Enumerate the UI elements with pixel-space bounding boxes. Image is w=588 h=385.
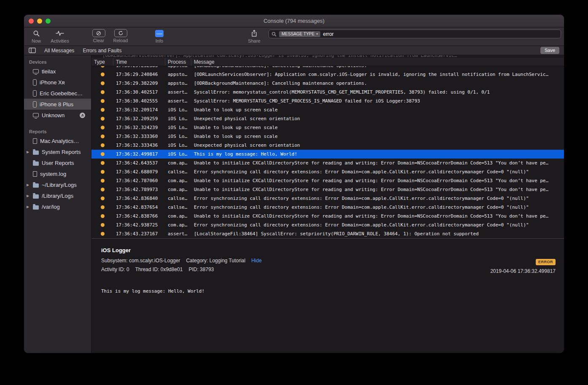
- search-icon: [271, 32, 277, 37]
- error-dot-icon: [101, 214, 105, 218]
- table-row[interactable]: 17:36:42.837654 callse… Error synchroniz…: [91, 203, 564, 212]
- error-dot-icon: [101, 223, 105, 227]
- activities-button[interactable]: Activities: [48, 29, 72, 43]
- sidebar-item-system-reports[interactable]: ▶ System Reports: [24, 146, 91, 157]
- table-row[interactable]: 17:36:29.232383 appsto… [ODRBackgroundMa…: [91, 66, 564, 70]
- log-time-cell: 17:36:32.499817: [113, 151, 165, 157]
- sidebar-item-library-logs[interactable]: ▶ /Library/Logs: [24, 190, 91, 201]
- error-dot-icon: [101, 197, 105, 200]
- column-header-time[interactable]: Time: [113, 58, 165, 66]
- close-button[interactable]: [29, 19, 34, 24]
- table-row[interactable]: 17:36:42.838766 com.ap… Unable to initia…: [91, 212, 564, 221]
- log-time-cell: 17:36:42.789973: [113, 187, 165, 192]
- error-dot-icon: [101, 117, 105, 121]
- sidebar-item-eric-goebelbec[interactable]: ▶ Eric Goebelbec…: [24, 88, 91, 99]
- log-type-cell: [91, 108, 113, 112]
- minimize-button[interactable]: [37, 19, 42, 24]
- reload-icon: [114, 29, 127, 37]
- now-button[interactable]: Now: [27, 29, 45, 43]
- log-time-cell: 17:36:42.837654: [113, 205, 165, 210]
- titlebar[interactable]: Console (794 messages): [24, 15, 564, 27]
- table-row[interactable]: 17:36:32.209259 iOS Lo… Unexpected physi…: [91, 114, 564, 123]
- display-icon: [33, 69, 39, 73]
- tab-all-messages[interactable]: All Messages: [44, 48, 74, 54]
- disclosure-triangle-icon[interactable]: ▶: [27, 150, 29, 154]
- table-header: Type Time Process Message: [91, 58, 564, 66]
- disclosure-triangle-icon[interactable]: ▶: [27, 205, 29, 209]
- search-input[interactable]: [323, 31, 558, 37]
- table-row[interactable]: 17:36:29.382209 appsto… [ODRBackgroundMa…: [91, 79, 564, 88]
- sidebar-item-label: iPhone Xʀ: [40, 79, 65, 86]
- error-dot-icon: [101, 152, 105, 156]
- log-message-cell: Unable to initialize CXCallDirectoryStor…: [191, 213, 564, 219]
- error-dot-icon: [101, 66, 105, 67]
- log-type-cell: [91, 66, 113, 67]
- sidebar-item-mac-analytics[interactable]: ▶ Mac Analytics…: [24, 135, 91, 146]
- table-row[interactable]: 17:36:32.333436 iOS Lo… Unexpected physi…: [91, 141, 564, 150]
- save-button[interactable]: Save: [540, 47, 559, 54]
- column-header-type[interactable]: Type: [91, 58, 113, 66]
- table-row[interactable]: 17:36:42.643537 com.ap… Unable to initia…: [91, 159, 564, 167]
- table-row[interactable]: 17:36:29.240846 appsto… [ODRLaunchServic…: [91, 70, 564, 79]
- disclosure-triangle-icon[interactable]: ▶: [27, 183, 29, 187]
- log-table: 17:36:29.232383 appsto… [ODRBackgroundMa…: [91, 66, 564, 238]
- sidebar-item-label: tleilax: [42, 68, 56, 75]
- sidebar-item-tleilax[interactable]: ▶ tleilax: [24, 66, 91, 77]
- table-row[interactable]: 17:36:32.209174 iOS Lo… Unable to look u…: [91, 105, 564, 114]
- info-button[interactable]: Info: [150, 29, 169, 43]
- tab-errors-and-faults[interactable]: Errors and Faults: [83, 48, 121, 54]
- table-row[interactable]: 17:36:32.324239 iOS Lo… Unable to look u…: [91, 123, 564, 132]
- share-button[interactable]: Share: [245, 29, 263, 43]
- zoom-button[interactable]: [46, 19, 51, 24]
- sidebar-item-iphone-x[interactable]: ▶ iPhone Xʀ: [24, 77, 91, 88]
- search-token-message-type[interactable]: MESSAGE TYPE ▾: [279, 31, 320, 37]
- column-header-process[interactable]: Process: [165, 58, 191, 66]
- devices-header: Devices: [24, 57, 91, 66]
- clear-icon: [92, 29, 105, 37]
- sidebar-item-system-log[interactable]: ▶ system.log: [24, 168, 91, 179]
- share-label: Share: [248, 38, 260, 43]
- share-icon: [251, 29, 258, 38]
- table-row[interactable]: 17:36:42.938725 com.ap… Error synchroniz…: [91, 221, 564, 229]
- log-process-cell: assert…: [165, 89, 191, 95]
- sidebar-item-iphone-8-plus[interactable]: ▶ iPhone 8 Plus: [24, 99, 91, 110]
- detail-subsystem: Subsystem: com.scalyr.iOS-Logger: [101, 258, 180, 264]
- sidebar-item-unknown[interactable]: ▶ Unknown: [24, 110, 91, 121]
- eject-icon[interactable]: [80, 113, 85, 118]
- log-time-cell: 17:36:29.240846: [113, 72, 165, 77]
- log-process-cell: iOS Lo…: [165, 116, 191, 121]
- table-row[interactable]: 17:36:30.402517 assert… SyscallError: me…: [91, 88, 564, 97]
- log-time-cell: 17:36:29.232383: [113, 66, 165, 68]
- table-row[interactable]: 17:36:43.237167 assert… [LocalStorageFil…: [91, 229, 564, 238]
- detail-pane: iOS Logger Subsystem: com.scalyr.iOS-Log…: [91, 238, 564, 353]
- column-header-message[interactable]: Message: [191, 58, 564, 66]
- table-row[interactable]: 17:36:42.836840 callse… Error synchroniz…: [91, 194, 564, 203]
- log-process-cell: callse…: [165, 169, 191, 175]
- disclosure-triangle-icon[interactable]: ▶: [27, 194, 29, 198]
- log-process-cell: assert…: [165, 98, 191, 104]
- log-type-cell: [91, 170, 113, 174]
- sidebar-item-library-logs[interactable]: ▶ ~/Library/Logs: [24, 179, 91, 190]
- table-row[interactable]: 17:36:32.499817 iOS Lo… This is my log m…: [91, 150, 564, 159]
- table-row[interactable]: 17:36:30.402555 assert… SyscallError: ME…: [91, 97, 564, 105]
- log-message-cell: This is my log message: Hello, World!: [191, 151, 564, 157]
- sidebar-item-var-log[interactable]: ▶ /var/log: [24, 201, 91, 212]
- log-time-cell: 17:36:30.402517: [113, 89, 165, 95]
- log-process-cell: com.ap…: [165, 187, 191, 192]
- display-icon: [33, 113, 39, 117]
- log-process-cell: iOS Lo…: [165, 125, 191, 130]
- log-process-cell: iOS Lo…: [165, 151, 191, 157]
- table-row[interactable]: 17:36:32.333360 iOS Lo… Unable to look u…: [91, 132, 564, 141]
- table-row[interactable]: 17:36:42.688079 callse… Error synchroniz…: [91, 167, 564, 176]
- log-type-cell: [91, 99, 113, 103]
- table-row[interactable]: 17:36:42.789973 com.ap… Unable to initia…: [91, 185, 564, 194]
- sidebar-toggle-icon[interactable]: [29, 48, 36, 53]
- clear-button[interactable]: Clear: [89, 29, 108, 43]
- search-field[interactable]: MESSAGE TYPE ▾: [268, 30, 561, 38]
- table-row[interactable]: 17:36:42.787060 com.ap… Unable to initia…: [91, 176, 564, 185]
- hide-link[interactable]: Hide: [251, 258, 262, 264]
- traffic-lights: [29, 19, 51, 24]
- sidebar-item-user-reports[interactable]: ▶ User Reports: [24, 157, 91, 168]
- log-time-cell: 17:36:42.688079: [113, 169, 165, 175]
- reload-button[interactable]: Reload: [111, 29, 130, 43]
